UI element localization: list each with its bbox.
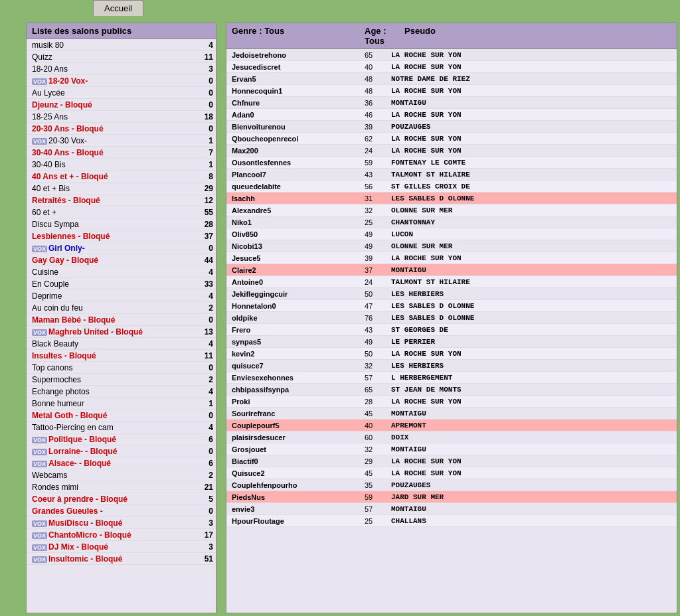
list-item[interactable]: Metal Goth - Bloqué0 — [27, 410, 216, 422]
list-item[interactable]: Quizz11 — [27, 51, 216, 63]
table-row[interactable]: Niko125CHANTONNAY — [226, 216, 677, 228]
list-item[interactable]: Au coin du feu2 — [27, 302, 216, 314]
table-row[interactable]: plaisirsdesucer60DOIX — [226, 431, 677, 443]
list-item[interactable]: Discu Sympa28 — [27, 218, 216, 230]
table-row[interactable]: Jesucediscret40LA ROCHE SUR YON — [226, 61, 677, 73]
table-row[interactable]: Jekifleggingcuir50LES HERBIERS — [226, 288, 677, 300]
table-row[interactable]: Honnecoquin148LA ROCHE SUR YON — [226, 85, 677, 97]
list-item[interactable]: VOX20-30 Vox-1 — [27, 135, 216, 147]
user-pseudo: Biactif0 — [232, 457, 365, 465]
list-item[interactable]: Au Lycée0 — [27, 87, 216, 99]
list-item[interactable]: VOXInsultomic - Bloqué51 — [27, 553, 216, 565]
table-row[interactable]: queuedelabite56ST GILLES CROIX DE — [226, 181, 677, 193]
sidebar-header: Liste des salons publics — [26, 23, 216, 39]
user-pseudo: Plancool7 — [232, 171, 365, 179]
table-row[interactable]: Isachh31LES SABLES D OLONNE — [226, 193, 677, 204]
list-item[interactable]: Top canons0 — [27, 362, 216, 374]
list-item[interactable]: VOXDJ Mix - Bloqué3 — [27, 541, 216, 553]
user-pseudo: envie3 — [232, 505, 365, 513]
list-item[interactable]: Deprime4 — [27, 290, 216, 302]
table-row[interactable]: Ousontlesfennes59FONTENAY LE COMTE — [226, 157, 677, 169]
table-row[interactable]: Max20024LA ROCHE SUR YON — [226, 145, 677, 157]
item-label: Cuisine — [32, 268, 200, 277]
table-row[interactable]: Alexandre532OLONNE SUR MER — [226, 204, 677, 216]
list-item[interactable]: Echange photos4 — [27, 386, 216, 398]
list-item[interactable]: Supermoches2 — [27, 374, 216, 386]
sidebar-list[interactable]: musik 804Quizz1118-20 Ans3VOX18-20 Vox-0… — [26, 39, 216, 613]
table-row[interactable]: chbipassifsynpa65ST JEAN DE MONTS — [226, 384, 677, 396]
user-pseudo: Ervan5 — [232, 75, 365, 83]
user-pseudo: PiedsNus — [232, 493, 365, 501]
list-item[interactable]: Black Beauty4 — [27, 338, 216, 350]
table-row[interactable]: Adan046LA ROCHE SUR YON — [226, 109, 677, 121]
list-item[interactable]: VOX18-20 Vox-0 — [27, 75, 216, 87]
table-row[interactable]: Antoine024TALMONT ST HILAIRE — [226, 276, 677, 288]
table-row[interactable]: Honnetalon047LES SABLES D OLONNE — [226, 300, 677, 312]
list-item[interactable]: Cuisine4 — [27, 266, 216, 278]
user-pseudo: Bienvoiturenou — [232, 123, 365, 131]
list-item[interactable]: 20-30 Ans - Bloqué0 — [27, 123, 216, 135]
user-pseudo: Frero — [232, 326, 365, 334]
table-row[interactable]: Nicobi1349OLONNE SUR MER — [226, 240, 677, 252]
table-row[interactable]: Couplehfenpourho35POUZAUGES — [226, 479, 677, 491]
list-item[interactable]: VOXChantoMicro - Bloqué17 — [27, 529, 216, 541]
user-pseudo: quisuce7 — [232, 362, 365, 370]
tab-accueil[interactable]: Accueil — [93, 0, 143, 16]
list-item[interactable]: 30-40 Bis1 — [27, 159, 216, 171]
list-item[interactable]: Bonne humeur1 — [27, 398, 216, 410]
list-item[interactable]: VOXPolitique - Bloqué6 — [27, 433, 216, 445]
list-item[interactable]: Retraités - Bloqué12 — [27, 194, 216, 206]
item-label: Retraités - Bloqué — [32, 196, 200, 205]
table-row[interactable]: Proki28LA ROCHE SUR YON — [226, 396, 677, 408]
table-row[interactable]: oldpike76LES SABLES D OLONNE — [226, 312, 677, 324]
table-row[interactable]: Ervan548NOTRE DAME DE RIEZ — [226, 73, 677, 85]
list-item[interactable]: VOXLorraine- - Bloqué0 — [27, 445, 216, 457]
table-row[interactable]: Jedoisetrehono65LA ROCHE SUR YON — [226, 49, 677, 61]
list-item[interactable]: 18-25 Ans18 — [27, 111, 216, 123]
table-row[interactable]: HpourFtoutage25CHALLANS — [226, 515, 677, 527]
list-item[interactable]: VOXMusiDiscu - Bloqué3 — [27, 517, 216, 529]
list-item[interactable]: 30-40 Ans - Bloqué7 — [27, 147, 216, 159]
list-item[interactable]: Webcams2 — [27, 469, 216, 481]
list-item[interactable]: Rondes mimi21 — [27, 481, 216, 493]
table-row[interactable]: Grosjouet32MONTAIGU — [226, 443, 677, 455]
list-item[interactable]: VOXGirl Only-0 — [27, 242, 216, 254]
list-item[interactable]: VOXMaghreb United - Bloqué13 — [27, 326, 216, 338]
table-row[interactable]: envie357MONTAIGU — [226, 503, 677, 515]
list-item[interactable]: Lesbiennes - Bloqué37 — [27, 230, 216, 242]
list-item[interactable]: 60 et +55 — [27, 206, 216, 218]
item-label: VOX20-30 Vox- — [32, 136, 200, 145]
list-item[interactable]: 18-20 Ans3 — [27, 63, 216, 75]
table-row[interactable]: Enviesexehonnes57L HERBERGEMENT — [226, 372, 677, 384]
table-row[interactable]: Bienvoiturenou39POUZAUGES — [226, 121, 677, 133]
list-item[interactable]: Coeur à prendre - Bloqué5 — [27, 493, 216, 505]
table-row[interactable]: Jesuce539LA ROCHE SUR YON — [226, 252, 677, 264]
table-row[interactable]: synpas549LE PERRIER — [226, 336, 677, 348]
list-item[interactable]: Tattoo-Piercing en cam4 — [27, 422, 216, 433]
list-item[interactable]: Djeunz - Bloqué0 — [27, 99, 216, 111]
table-row[interactable]: Qboucheopenrecoi62LA ROCHE SUR YON — [226, 133, 677, 145]
table-row[interactable]: Plancool743TALMONT ST HILAIRE — [226, 169, 677, 181]
item-label: Gay Gay - Bloqué — [32, 256, 200, 265]
list-item[interactable]: VOXAlsace- - Bloqué6 — [27, 457, 216, 469]
table-row[interactable]: Biactif029LA ROCHE SUR YON — [226, 455, 677, 467]
table-row[interactable]: kevin250LA ROCHE SUR YON — [226, 348, 677, 360]
item-count: 33 — [200, 279, 213, 289]
table-row[interactable]: quisuce732LES HERBIERS — [226, 360, 677, 372]
table-row[interactable]: Frero43ST GEORGES DE — [226, 324, 677, 336]
table-row[interactable]: Sourirefranc45MONTAIGU — [226, 408, 677, 420]
table-row[interactable]: PiedsNus59JARD SUR MER — [226, 491, 677, 503]
list-item[interactable]: En Couple33 — [27, 278, 216, 290]
table-row[interactable]: Claire237MONTAIGU — [226, 264, 677, 276]
list-item[interactable]: 40 et + Bis29 — [27, 183, 216, 194]
list-item[interactable]: Gay Gay - Bloqué44 — [27, 254, 216, 266]
table-row[interactable]: Couplepourf540APREMONT — [226, 420, 677, 431]
list-item[interactable]: Grandes Gueules -0 — [27, 505, 216, 517]
list-item[interactable]: musik 804 — [27, 39, 216, 51]
table-row[interactable]: Quisuce245LA ROCHE SUR YON — [226, 467, 677, 479]
list-item[interactable]: Maman Bébé - Bloqué0 — [27, 314, 216, 326]
list-item[interactable]: Insultes - Bloqué11 — [27, 350, 216, 362]
table-row[interactable]: Chfnure36MONTAIGU — [226, 97, 677, 109]
list-item[interactable]: 40 Ans et + - Bloqué8 — [27, 171, 216, 183]
table-row[interactable]: Oliv85049LUCON — [226, 228, 677, 240]
